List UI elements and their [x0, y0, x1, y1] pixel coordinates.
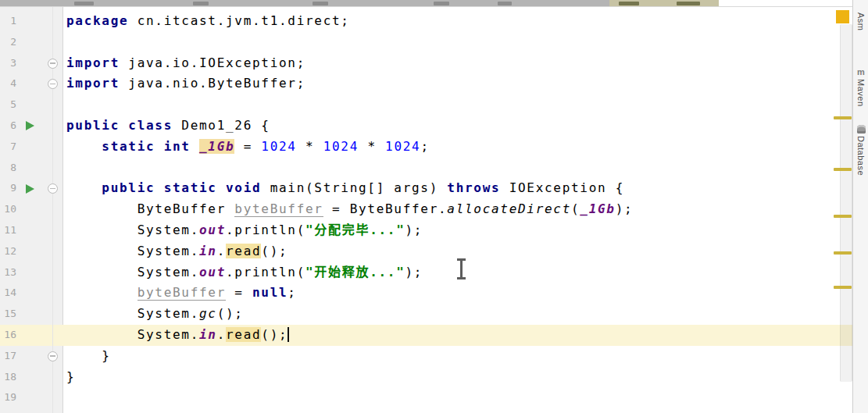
- gutter-cell[interactable]: 15: [0, 304, 63, 325]
- tab-text-remnant: [74, 2, 94, 5]
- code-token: .println(: [226, 265, 305, 279]
- code-line[interactable]: [63, 94, 852, 116]
- code-token: );: [405, 223, 423, 237]
- line-number: 3: [10, 53, 16, 74]
- editor-tab-strip[interactable]: [0, 0, 868, 7]
- gutter-cell[interactable]: 7: [0, 137, 63, 158]
- line-number: 12: [4, 241, 16, 262]
- line-number: 1: [10, 11, 16, 32]
- code-token: ();: [261, 327, 288, 342]
- fold-icon[interactable]: [48, 79, 58, 89]
- gutter-cell[interactable]: 19: [0, 387, 63, 408]
- code-line[interactable]: System.in.read();: [63, 325, 852, 346]
- fold-icon[interactable]: [48, 59, 58, 69]
- editor-scrollbar[interactable]: [840, 24, 852, 382]
- gutter-cell[interactable]: 9: [0, 178, 63, 199]
- code-line[interactable]: [63, 158, 852, 179]
- text-caret: [288, 327, 289, 342]
- tool-window-button-asm[interactable]: Asm: [853, 12, 868, 31]
- code-line[interactable]: System.gc();: [63, 304, 852, 325]
- code-token: }: [66, 348, 111, 363]
- warning-stripe-mark[interactable]: [834, 251, 852, 255]
- warning-stripe-mark[interactable]: [834, 286, 852, 289]
- code-token: gc: [199, 306, 217, 321]
- tool-window-label: Database: [856, 136, 866, 176]
- database-icon: [857, 125, 866, 134]
- tool-window-button-maven[interactable]: mMaven: [853, 67, 868, 107]
- code-line[interactable]: }: [63, 367, 852, 388]
- code-token: java.nio.ByteBuffer;: [120, 76, 305, 91]
- line-number: 11: [4, 220, 16, 241]
- line-number: 18: [4, 367, 16, 388]
- code-token: System.: [66, 265, 199, 279]
- code-line[interactable]: [63, 387, 852, 408]
- code-line[interactable]: static int _1Gb = 1024 * 1024 * 1024;: [63, 137, 852, 158]
- warning-stripe-mark[interactable]: [834, 215, 852, 218]
- code-line[interactable]: ByteBuffer byteBuffer = ByteBuffer.alloc…: [63, 199, 852, 220]
- code-token: main(String[] args): [261, 180, 447, 195]
- line-number: 2: [10, 32, 16, 53]
- code-line[interactable]: }: [63, 346, 852, 367]
- mouse-cursor-ibeam: [456, 258, 466, 279]
- run-icon[interactable]: [26, 184, 34, 194]
- code-line[interactable]: public static void main(String[] args) t…: [63, 178, 852, 199]
- gutter-cell[interactable]: 4: [0, 73, 63, 94]
- code-line[interactable]: System.out.println("分配完毕...");: [63, 220, 852, 241]
- code-token: System.: [66, 244, 199, 258]
- line-number: 6: [10, 116, 16, 137]
- code-token: import: [66, 55, 120, 70]
- string-literal: "分配完毕...": [305, 223, 405, 237]
- tool-window-label: Maven: [856, 79, 866, 107]
- gutter-cell[interactable]: 10: [0, 199, 63, 220]
- gutter-cell[interactable]: 5: [0, 94, 63, 116]
- code-line-row: 5: [0, 94, 852, 116]
- code-line[interactable]: import java.nio.ByteBuffer;: [63, 73, 852, 94]
- gutter-cell[interactable]: 6: [0, 116, 63, 137]
- gutter-cell[interactable]: 17: [0, 346, 63, 367]
- tab-text-remnant: [313, 2, 328, 5]
- code-token: import: [66, 76, 120, 91]
- line-number: 15: [4, 304, 16, 325]
- gutter-cell[interactable]: 11: [0, 220, 63, 241]
- tool-window-label: Asm: [856, 12, 866, 31]
- code-token: *: [297, 139, 323, 154]
- fold-icon[interactable]: [48, 351, 58, 361]
- code-line[interactable]: import java.io.IOException;: [63, 53, 852, 74]
- code-token: = ByteBuffer.: [323, 201, 448, 216]
- code-line-row: 17 }: [0, 346, 852, 367]
- gutter-cell[interactable]: 13: [0, 262, 63, 283]
- code-line-row: 10 ByteBuffer byteBuffer = ByteBuffer.al…: [0, 199, 852, 220]
- tool-window-button-database[interactable]: Database: [853, 125, 868, 176]
- code-line[interactable]: [63, 32, 852, 53]
- gutter-cell[interactable]: 14: [0, 283, 63, 304]
- gutter-cell[interactable]: 16: [0, 325, 63, 346]
- fold-icon[interactable]: [48, 183, 58, 194]
- line-number: 13: [4, 262, 16, 283]
- code-token: byteBuffer: [234, 201, 323, 217]
- code-token: .println(: [226, 223, 305, 237]
- gutter-cell[interactable]: 8: [0, 158, 63, 179]
- code-line-row: 18}: [0, 367, 852, 388]
- gutter-cell[interactable]: 3: [0, 53, 63, 74]
- gutter-cell[interactable]: 2: [0, 32, 63, 53]
- code-line[interactable]: public class Demo1_26 {: [63, 116, 852, 137]
- code-token: read: [226, 327, 261, 342]
- editor-tab-partial[interactable]: [719, 0, 868, 6]
- code-line-row: 13 System.out.println("开始释放...");: [0, 262, 852, 283]
- code-line[interactable]: package cn.itcast.jvm.t1.direct;: [63, 11, 852, 32]
- code-line-row: 1package cn.itcast.jvm.t1.direct;: [0, 11, 852, 32]
- gutter-cell[interactable]: 12: [0, 241, 63, 262]
- tab-text-remnant: [434, 2, 449, 5]
- code-line[interactable]: byteBuffer = null;: [63, 283, 852, 304]
- editor-area[interactable]: 1package cn.itcast.jvm.t1.direct;23impor…: [0, 7, 852, 413]
- code-token: }: [66, 369, 75, 384]
- warning-stripe-mark[interactable]: [834, 168, 852, 171]
- code-token: public static void: [102, 180, 261, 195]
- warning-stripe-mark[interactable]: [834, 116, 852, 119]
- gutter-cell[interactable]: 1: [0, 11, 63, 32]
- code-line-row: 8: [0, 158, 852, 179]
- code-token: in: [199, 327, 217, 342]
- inspection-indicator[interactable]: [836, 10, 849, 23]
- run-icon[interactable]: [26, 121, 34, 130]
- gutter-cell[interactable]: 18: [0, 367, 63, 388]
